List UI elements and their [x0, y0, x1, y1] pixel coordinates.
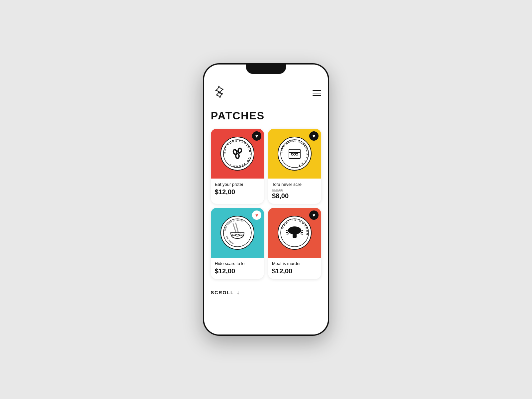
card-name-2: Tofu never scre — [272, 182, 317, 187]
scroll-label: SCROLL — [211, 290, 234, 295]
card-image-yellow: ♥ TOFU NEVER SCREAM X X X X X — [268, 129, 321, 179]
svg-rect-13 — [289, 149, 300, 153]
scroll-arrow-icon: ↓ — [237, 289, 240, 296]
hamburger-line-1 — [313, 90, 321, 91]
card-info-3: Hide scars to le $12,00 — [211, 258, 264, 279]
original-price-2: $12,00 — [272, 188, 317, 192]
patch-badge-1: EAT YOUR PROTEIN • GO VEGAN • — [219, 135, 256, 172]
patch-card-eat-your-protein[interactable]: ♥ EAT YOUR PROTEIN • GO VEGAN • — [211, 129, 264, 204]
card-name-3: Hide scars to le — [215, 261, 260, 266]
scroll-indicator[interactable]: SCROLL ↓ — [211, 286, 321, 303]
page-title: PATCHES — [211, 110, 321, 122]
patch-card-hide-scars[interactable]: ♥ — [211, 208, 264, 279]
hamburger-line-3 — [313, 95, 321, 96]
svg-rect-26 — [293, 233, 297, 238]
card-image-orange: ♥ — [268, 208, 321, 258]
card-price-4: $12,00 — [272, 267, 317, 275]
phone-frame: PATCHES ♥ EAT YOUR PROTEIN • GO VEGAN • — [203, 63, 329, 336]
card-name-1: Eat your protei — [215, 182, 260, 187]
card-info-4: Meat is murder $12,00 — [268, 258, 321, 279]
card-price-1: $12,00 — [215, 188, 260, 196]
favorite-button-2[interactable]: ♥ — [309, 131, 319, 141]
patch-badge-4: MEAT IS MURDER — [276, 214, 313, 251]
favorite-button-3[interactable]: ♥ — [252, 210, 261, 220]
card-name-4: Meat is murder — [272, 261, 317, 266]
card-price-2: $8,00 — [272, 192, 317, 200]
card-image-red: ♥ EAT YOUR PROTEIN • GO VEGAN • — [211, 129, 264, 179]
card-price-3: $12,00 — [215, 267, 260, 275]
patch-badge-3: Hide scars to lessen the impact — [219, 214, 256, 251]
patch-card-tofu[interactable]: ♥ TOFU NEVER SCREAM X X X X X — [268, 129, 321, 204]
logo[interactable] — [211, 84, 227, 102]
hamburger-line-2 — [313, 93, 321, 94]
header — [211, 81, 321, 102]
phone-content: PATCHES ♥ EAT YOUR PROTEIN • GO VEGAN • — [204, 65, 328, 334]
favorite-button-1[interactable]: ♥ — [252, 131, 261, 141]
patch-badge-2: TOFU NEVER SCREAM X X X X X — [276, 135, 313, 172]
card-info-2: Tofu never scre $12,00 $8,00 — [268, 179, 321, 204]
card-image-teal: ♥ — [211, 208, 264, 258]
phone-notch — [246, 65, 286, 74]
menu-button[interactable] — [313, 90, 321, 96]
patches-grid: ♥ EAT YOUR PROTEIN • GO VEGAN • — [211, 129, 321, 279]
favorite-button-4[interactable]: ♥ — [309, 210, 319, 220]
patch-card-meat-is-murder[interactable]: ♥ — [268, 208, 321, 279]
card-info-1: Eat your protei $12,00 — [211, 179, 264, 200]
